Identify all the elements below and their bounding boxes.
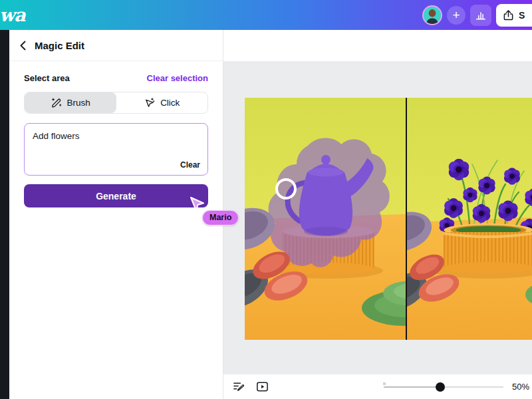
canvas-background[interactable]: [223, 61, 532, 374]
click-tool-button[interactable]: Click: [116, 92, 208, 113]
avatar-image: [424, 7, 441, 24]
plus-icon: +: [452, 9, 460, 21]
zoom-slider-fill: [384, 386, 440, 388]
magic-brush-icon: [51, 97, 62, 108]
insights-button[interactable]: [470, 5, 491, 26]
bar-chart-icon: [475, 9, 487, 21]
back-chevron-icon[interactable]: [20, 41, 26, 51]
before-image-teapot[interactable]: [245, 98, 406, 340]
clear-selection-link[interactable]: Clear selection: [147, 73, 209, 83]
app-window: wa +: [0, 0, 532, 399]
after-image-flowers[interactable]: [407, 98, 532, 340]
prompt-input[interactable]: Add flowers: [25, 124, 207, 158]
play-icon: [255, 380, 269, 394]
panel-header: Magic Edit: [9, 30, 223, 61]
select-area-row: Select area Clear selection: [24, 73, 208, 83]
magic-click-icon: [144, 97, 155, 108]
panel-body: Select area Clear selection Brush: [9, 61, 223, 207]
share-export-icon: [503, 9, 514, 21]
design-artboard[interactable]: [245, 98, 532, 340]
generate-button[interactable]: Generate: [24, 184, 208, 207]
selection-tool-toggle: Brush Click: [24, 92, 208, 114]
brush-tool-label: Brush: [67, 98, 90, 108]
topbar-actions: + S: [422, 4, 532, 27]
slider-start-tick: [383, 382, 386, 385]
notes-button[interactable]: [231, 380, 246, 394]
click-tool-label: Click: [160, 98, 180, 108]
top-navbar: wa +: [0, 0, 532, 30]
panel-title: Magic Edit: [35, 40, 84, 51]
avatar[interactable]: [422, 5, 442, 25]
present-button[interactable]: [255, 380, 269, 394]
collapsed-sidebar-rail[interactable]: [0, 30, 9, 399]
footer-toolbar: 50%: [223, 374, 532, 399]
zoom-slider-track[interactable]: [384, 386, 503, 388]
canva-logo: wa: [0, 0, 25, 30]
prompt-box: Add flowers Clear: [24, 123, 208, 176]
brush-tool-button[interactable]: Brush: [25, 92, 116, 113]
add-collaborator-button[interactable]: +: [447, 6, 466, 25]
notes-icon: [232, 380, 246, 394]
share-label: S: [519, 10, 525, 21]
zoom-control: 50%: [384, 382, 531, 392]
zoom-slider-thumb[interactable]: [436, 382, 445, 392]
canvas-toolbar: [223, 30, 532, 61]
zoom-percentage: 50%: [512, 382, 531, 392]
canvas-area: 50%: [223, 30, 532, 399]
prompt-clear-button[interactable]: Clear: [180, 160, 200, 170]
magic-edit-panel: Magic Edit Select area Clear selection B…: [9, 30, 223, 399]
select-area-label: Select area: [24, 73, 70, 83]
share-button[interactable]: S: [496, 4, 532, 27]
